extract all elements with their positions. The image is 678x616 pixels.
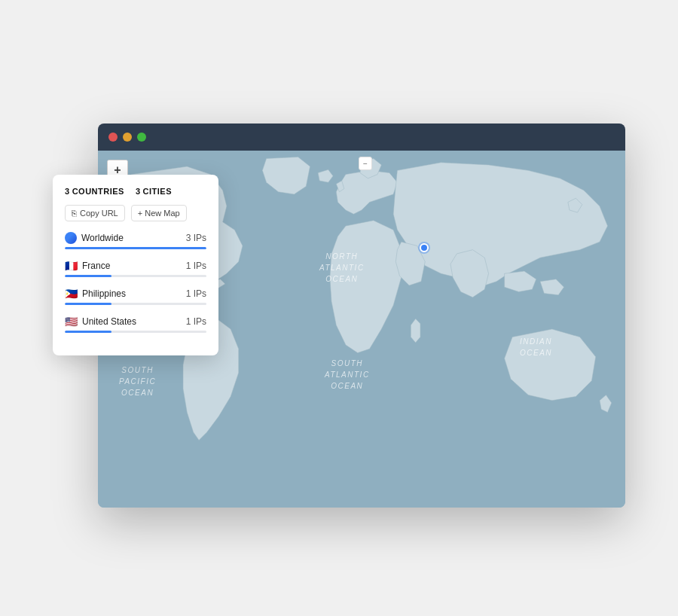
philippines-progress-bar: [65, 303, 206, 305]
countries-stat: 3COUNTRIES: [65, 187, 127, 196]
copy-url-button[interactable]: ⎘ Copy URL: [65, 205, 125, 221]
country-row-us: 🇺🇸 United States 1 IPs: [65, 316, 206, 328]
worldwide-ips: 3 IPs: [186, 233, 206, 243]
country-row-philippines: 🇵🇭 Philippines 1 IPs: [65, 288, 206, 300]
worldwide-name: Worldwide: [65, 232, 124, 244]
browser-titlebar: [98, 124, 625, 151]
us-progress-bar: [65, 331, 206, 333]
philippines-progress-fill: [65, 303, 111, 305]
country-list: Worldwide 3 IPs 🇫🇷 France 1 IPs: [65, 232, 206, 333]
france-progress-fill: [65, 275, 111, 277]
cities-count: 3: [136, 187, 141, 196]
france-progress-bar: [65, 275, 206, 277]
country-row-worldwide: Worldwide 3 IPs: [65, 232, 206, 244]
side-panel: 3COUNTRIES 3CITIES ⎘ Copy URL + New Map: [53, 175, 218, 355]
minimize-button[interactable]: [123, 133, 132, 142]
panel-actions: ⎘ Copy URL + New Map: [65, 205, 206, 221]
country-item-us[interactable]: 🇺🇸 United States 1 IPs: [65, 316, 206, 333]
panel-header: 3COUNTRIES 3CITIES: [65, 187, 206, 196]
copy-url-label: Copy URL: [80, 209, 118, 218]
france-ips: 1 IPs: [186, 261, 206, 271]
us-progress-fill: [65, 331, 111, 333]
copy-icon: ⎘: [72, 209, 77, 218]
new-map-button[interactable]: + New Map: [131, 205, 187, 221]
close-button[interactable]: [108, 133, 118, 142]
country-row-france: 🇫🇷 France 1 IPs: [65, 260, 206, 272]
country-item-philippines[interactable]: 🇵🇭 Philippines 1 IPs: [65, 288, 206, 305]
us-ips: 1 IPs: [186, 316, 206, 327]
philippines-name: 🇵🇭 Philippines: [65, 288, 126, 300]
philippines-ips: 1 IPs: [186, 288, 206, 299]
france-flag: 🇫🇷: [65, 260, 78, 272]
us-name: 🇺🇸 United States: [65, 316, 136, 328]
philippines-flag: 🇵🇭: [65, 288, 78, 300]
us-flag: 🇺🇸: [65, 316, 78, 328]
cities-stat: 3CITIES: [136, 187, 174, 196]
countries-count: 3: [65, 187, 70, 196]
france-name: 🇫🇷 France: [65, 260, 110, 272]
panel-collapse-button[interactable]: −: [359, 157, 372, 170]
worldwide-progress-bar: [65, 247, 206, 249]
globe-icon: [65, 232, 77, 244]
country-item-france[interactable]: 🇫🇷 France 1 IPs: [65, 260, 206, 277]
new-map-label: + New Map: [138, 209, 180, 218]
worldwide-progress-fill: [65, 247, 206, 249]
scene: North Pacific Ocean South Pacific Ocean …: [53, 108, 625, 508]
country-item-worldwide[interactable]: Worldwide 3 IPs: [65, 232, 206, 249]
maximize-button[interactable]: [137, 133, 146, 142]
